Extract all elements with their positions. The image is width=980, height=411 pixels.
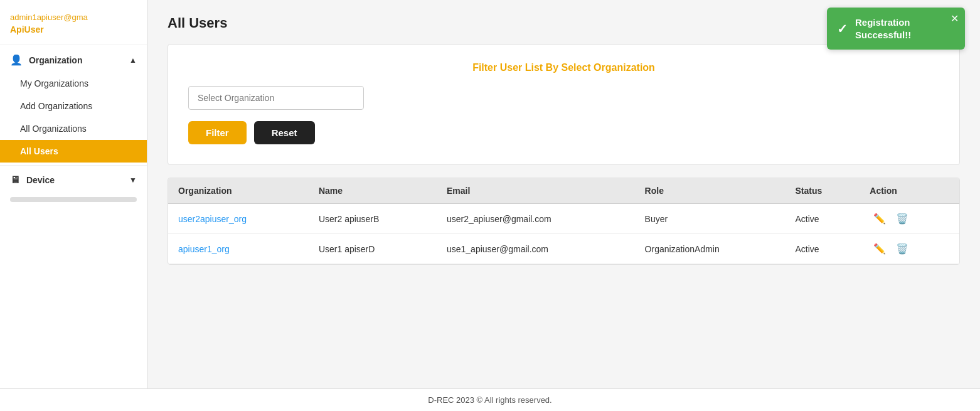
table-header-row: Organization Name Email Role Status Acti…: [168, 178, 959, 204]
sidebar-divider: [0, 45, 147, 45]
cell-status: Active: [786, 234, 860, 264]
users-table-container: Organization Name Email Role Status Acti…: [168, 178, 960, 265]
cell-organization: user2apiuser_org: [168, 204, 309, 234]
sidebar-scrollbar[interactable]: [10, 197, 137, 202]
toast-close-button[interactable]: ✕: [951, 13, 959, 24]
edit-button-row-1[interactable]: ✏️: [870, 242, 890, 256]
device-icon: 🖥: [10, 174, 20, 185]
sidebar-user-email: admin1apiuser@gma: [0, 10, 147, 23]
filter-card: Filter User List By Select Organization …: [168, 44, 960, 165]
sidebar-section-organization[interactable]: 👤 Organization ▲: [0, 48, 147, 72]
chevron-up-icon: ▲: [129, 56, 137, 65]
col-role: Role: [635, 178, 786, 204]
chevron-down-icon: ▼: [129, 176, 137, 184]
sidebar-divider-2: [0, 165, 147, 166]
table-row: apiuser1_org User1 apiserD use1_apiuser@…: [168, 234, 959, 264]
col-status: Status: [786, 178, 860, 204]
person-icon: 👤: [10, 55, 23, 65]
col-action: Action: [860, 178, 959, 204]
edit-button-row-0[interactable]: ✏️: [870, 211, 890, 226]
sidebar-item-all-organizations[interactable]: All Organizations: [0, 117, 147, 140]
cell-email: use1_apiuser@gmail.com: [437, 234, 635, 264]
footer-text: D-REC 2023 © All rights reserved.: [428, 395, 551, 405]
filter-buttons: Filter Reset: [188, 121, 939, 144]
sidebar-item-add-organizations[interactable]: Add Organizations: [0, 95, 147, 117]
cell-action: ✏️ 🗑️: [860, 204, 959, 234]
toast-message: Registration Successful!!: [855, 16, 911, 41]
organization-select-input[interactable]: [188, 86, 364, 110]
col-name: Name: [309, 178, 437, 204]
cell-action: ✏️ 🗑️: [860, 234, 959, 264]
footer: D-REC 2023 © All rights reserved.: [0, 388, 980, 411]
toast-notification: ✓ Registration Successful!! ✕: [827, 8, 965, 50]
filter-button[interactable]: Filter: [188, 121, 247, 144]
delete-button-row-1[interactable]: 🗑️: [892, 242, 912, 256]
filter-title: Filter User List By Select Organization: [188, 62, 939, 73]
sidebar-item-all-users[interactable]: All Users: [0, 140, 147, 163]
sidebar-section-device[interactable]: 🖥 Device ▼: [0, 168, 147, 192]
cell-email: user2_apiuser@gmail.com: [437, 204, 635, 234]
col-organization: Organization: [168, 178, 309, 204]
users-table: Organization Name Email Role Status Acti…: [168, 178, 959, 264]
col-email: Email: [437, 178, 635, 204]
organization-nav-items: My Organizations Add Organizations All O…: [0, 72, 147, 163]
cell-name: User2 apiuserB: [309, 204, 437, 234]
cell-name: User1 apiserD: [309, 234, 437, 264]
cell-status: Active: [786, 204, 860, 234]
table-row: user2apiuser_org User2 apiuserB user2_ap…: [168, 204, 959, 234]
delete-button-row-0[interactable]: 🗑️: [892, 211, 912, 226]
reset-button[interactable]: Reset: [254, 121, 315, 144]
sidebar-user-role: ApiUser: [0, 23, 147, 42]
toast-check-icon: ✓: [837, 21, 848, 36]
main-content: All Users Filter User List By Select Org…: [147, 0, 980, 388]
cell-role: Buyer: [635, 204, 786, 234]
cell-role: OrganizationAdmin: [635, 234, 786, 264]
cell-organization: apiuser1_org: [168, 234, 309, 264]
sidebar-item-my-organizations[interactable]: My Organizations: [0, 72, 147, 95]
sidebar: admin1apiuser@gma ApiUser 👤 Organization…: [0, 0, 147, 388]
